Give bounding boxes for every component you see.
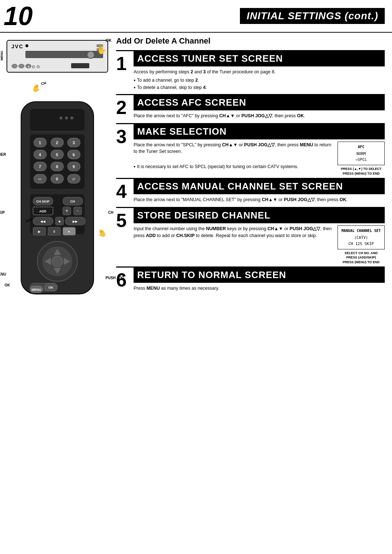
step-3-para-0: Place the arrow next to "SPCL" by pressi…	[134, 142, 334, 155]
svg-text:4: 4	[38, 152, 41, 157]
step-4-content: ACCESS MANUAL CHANNEL SET SCREEN Place t…	[134, 179, 385, 205]
step-3-content: MAKE SELECTION Place the arrow next to "…	[134, 124, 385, 176]
step-5-para-0: Input the channel number using the NUMBE…	[134, 225, 334, 239]
step-3-text: Place the arrow next to "SPCL" by pressi…	[134, 142, 334, 176]
step-6-block: 6 RETURN TO NORMAL SCREEN Press MENU as …	[116, 266, 385, 293]
step-6-header: RETURN TO NORMAL SCREEN	[134, 268, 385, 283]
svg-text:6: 6	[72, 152, 74, 157]
left-column: JVC	[0, 33, 113, 306]
manual-ch-screen-caption: SELECT CH NO. ANDPRESS (ADD/SKIP)PRESS (…	[338, 251, 385, 265]
vcr-display	[71, 63, 89, 68]
step-3-screen: AFC NORM →SPCL PRESS (▲,▼) TO SELECTPRES…	[338, 142, 385, 176]
push-jog-label: PUSH JOG	[106, 276, 124, 280]
step-1-block: 1 ACCESS TUNER SET SCREEN Access by perf…	[116, 50, 385, 92]
step-1-number: 1	[116, 51, 134, 92]
step-3-header: MAKE SELECTION	[134, 124, 385, 139]
svg-text:OK: OK	[48, 286, 53, 289]
step-5-content: STORE DESIRED CHANNEL Input the channel …	[134, 208, 385, 264]
svg-text:JVC: JVC	[49, 294, 66, 301]
step-2-number: 2	[116, 95, 134, 121]
remote-svg: 1 2 3 4 5 6 7 8 9 +/	[10, 98, 105, 301]
step-2-line-0: Place the arrow next to "AFC" by pressin…	[134, 113, 385, 119]
step-2-heading: ACCESS AFC SCREEN	[137, 97, 381, 108]
step-1-content: ACCESS TUNER SET SCREEN Access by perfor…	[134, 51, 385, 92]
svg-text:8: 8	[56, 164, 58, 169]
svg-text:CH: CH	[70, 200, 75, 203]
vcr-logo: JVC	[12, 44, 24, 49]
afc-screen-label: AFC	[342, 144, 381, 150]
step-5-block: 5 STORE DESIRED CHANNEL Input the channe…	[116, 207, 385, 264]
ch-label: CH	[108, 211, 113, 215]
svg-text:CH.SKIP: CH.SKIP	[36, 200, 49, 203]
svg-text:3: 3	[72, 140, 74, 145]
step-1-bullet-0: To add a channel, go to step 2.	[134, 77, 385, 84]
svg-point-2	[60, 117, 62, 119]
afc-screen-box: AFC NORM →SPCL	[338, 142, 385, 166]
step-5-number: 5	[116, 208, 134, 264]
svg-text:ADD: ADD	[39, 209, 46, 213]
vcr-device: JVC	[7, 40, 108, 73]
step-5-header: STORE DESIRED CHANNEL	[134, 208, 385, 223]
step-3-number: 3	[116, 124, 134, 176]
svg-text:MENU: MENU	[31, 288, 41, 292]
step-4-heading: ACCESS MANUAL CHANNEL SET SCREEN	[137, 181, 381, 192]
page-header: 10 INITIAL SETTINGS (cont.)	[0, 0, 392, 33]
manual-ch-screen-box: MANUAL CHANNEL SET (CATV) CH 125 SKIP	[338, 225, 385, 249]
header-title: INITIAL SETTINGS (cont.)	[240, 8, 385, 24]
svg-text:■: ■	[58, 220, 60, 223]
svg-text:-: -	[77, 208, 78, 213]
svg-text:+/-: +/-	[38, 178, 42, 181]
section-title: Add Or Delete A Channel	[116, 36, 385, 47]
step-6-body: Press MENU as many times as necessary.	[134, 285, 385, 292]
step-3-heading: MAKE SELECTION	[137, 126, 381, 137]
svg-rect-1	[30, 109, 85, 131]
ok-label-vcr: OK	[106, 38, 112, 42]
step-4-block: 4 ACCESS MANUAL CHANNEL SET SCREEN Place…	[116, 178, 385, 205]
step-5-text: Input the channel number using the NUMBE…	[134, 225, 334, 264]
svg-text:▶▶: ▶▶	[73, 220, 78, 223]
step-1-bullet-1: To delete a channel, skip to step 4.	[134, 84, 385, 91]
svg-point-4	[70, 117, 73, 119]
step-6-heading: RETURN TO NORMAL SCREEN	[137, 270, 381, 281]
step-5-heading: STORE DESIRED CHANNEL	[137, 210, 381, 221]
step-6-line-0: Press MENU as many times as necessary.	[134, 285, 385, 292]
step-3-body: Place the arrow next to "SPCL" by pressi…	[134, 142, 385, 176]
svg-text:7: 7	[38, 164, 41, 169]
svg-text:2: 2	[56, 140, 58, 145]
ch-label-vcr: CH	[41, 81, 46, 86]
svg-text:●: ●	[68, 230, 70, 233]
step-1-header: ACCESS TUNER SET SCREEN	[134, 51, 385, 66]
afc-screen-spcl: →SPCL	[342, 156, 381, 163]
step-6-number: 6	[116, 268, 134, 293]
svg-text:5: 5	[56, 152, 58, 157]
step-1-body: Access by performing steps 2 and 3 of th…	[134, 69, 385, 91]
menu-label-vcr: MENU	[0, 51, 4, 61]
number-label: NUMBER	[0, 152, 6, 156]
hand-ok-icon: 🤚	[97, 45, 106, 55]
manual-ch-screen-label: MANUAL CHANNEL SET	[342, 228, 381, 234]
manual-ch-screen-catv: (CATV)	[342, 235, 381, 241]
step-1-heading: ACCESS TUNER SET SCREEN	[137, 53, 381, 64]
svg-text:▶: ▶	[38, 230, 40, 233]
step-1-line-0: Access by performing steps 2 and 3 of th…	[134, 69, 385, 76]
step-4-line-0: Place the arrow next to "MANUAL CHANNEL …	[134, 196, 385, 203]
afc-screen-caption: PRESS (▲,▼) TO SELECTPRESS (MENU) TO END	[338, 167, 385, 176]
step-3-block: 3 MAKE SELECTION Place the arrow next to…	[116, 123, 385, 176]
svg-text:⏸: ⏸	[52, 230, 56, 233]
step-6-content: RETURN TO NORMAL SCREEN Press MENU as ma…	[134, 268, 385, 293]
remote-control: 1 2 3 4 5 6 7 8 9 +/	[10, 98, 105, 303]
svg-text:9: 9	[72, 164, 74, 169]
svg-text:///: ///	[72, 178, 75, 181]
right-column: Add Or Delete A Channel 1 ACCESS TUNER S…	[113, 33, 392, 306]
step-2-header: ACCESS AFC SCREEN	[134, 95, 385, 110]
step-4-header: ACCESS MANUAL CHANNEL SET SCREEN	[134, 179, 385, 194]
step-4-number: 4	[116, 179, 134, 205]
svg-text:0: 0	[56, 177, 58, 181]
step-2-body: Place the arrow next to "AFC" by pressin…	[134, 113, 385, 119]
page-number: 10	[4, 3, 33, 29]
menu-label: MENU	[0, 272, 6, 276]
step-4-body: Place the arrow next to "MANUAL CHANNEL …	[134, 196, 385, 203]
step-5-screen: MANUAL CHANNEL SET (CATV) CH 125 SKIP SE…	[338, 225, 385, 264]
step-2-content: ACCESS AFC SCREEN Place the arrow next t…	[134, 95, 385, 121]
svg-point-3	[65, 117, 68, 119]
